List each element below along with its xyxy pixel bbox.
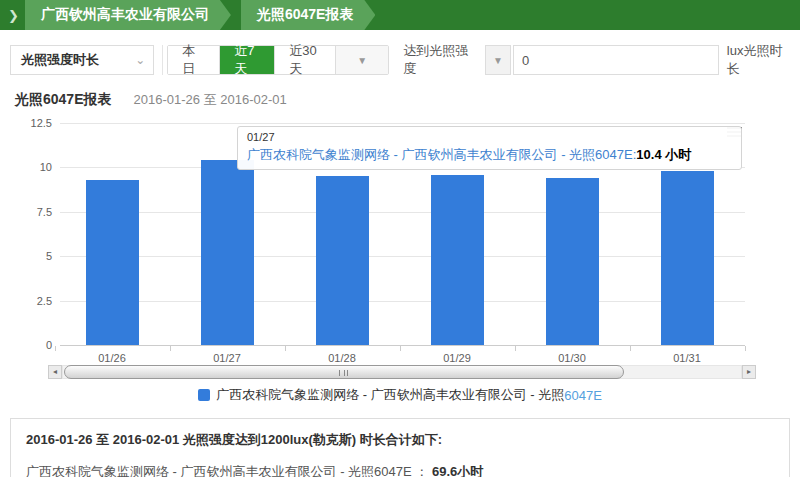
- x-axis-tick: [285, 346, 286, 351]
- date-range-button-group: 本日 近7天 近30天 ▼: [167, 45, 389, 75]
- gridline: [60, 345, 745, 346]
- gridline: [60, 123, 745, 124]
- x-axis-tick: [55, 346, 56, 351]
- threshold-stepper[interactable]: ▼: [485, 45, 511, 75]
- x-axis-tick-label: 01/31: [657, 352, 717, 364]
- tooltip-category: 01/27: [247, 131, 732, 143]
- y-axis-tick-label: 7.5: [2, 206, 52, 218]
- caret-down-icon: ▼: [493, 55, 503, 66]
- filter-bar: 光照强度时长 ⌄ 本日 近7天 近30天 ▼ 达到光照强度 ▼ lux光照时长: [10, 45, 790, 75]
- page: ❯ 广西钦州高丰农业有限公司 光照6047E报表 光照强度时长 ⌄ 本日 近7天…: [0, 0, 800, 477]
- summary-row-value: 69.6小时: [432, 464, 483, 477]
- scrollbar-left-arrow-icon[interactable]: ◂: [48, 365, 62, 379]
- metric-select[interactable]: 光照强度时长 ⌄: [10, 45, 154, 75]
- breadcrumb: ❯ 广西钦州高丰农业有限公司 光照6047E报表: [0, 0, 800, 30]
- page-title: 光照6047E报表: [15, 91, 111, 109]
- x-axis-tick: [745, 346, 746, 351]
- threshold-input[interactable]: [513, 45, 719, 75]
- tooltip-value: 10.4 小时: [636, 147, 691, 162]
- gridline: [60, 256, 745, 257]
- summary-box: 2016-01-26 至 2016-02-01 光照强度达到1200lux(勒克…: [10, 418, 790, 477]
- bar-01/28[interactable]: [316, 176, 369, 345]
- x-axis-tick-label: 01/27: [197, 352, 257, 364]
- y-axis-tick-label: 10: [2, 161, 52, 173]
- y-axis-tick-label: 2.5: [2, 295, 52, 307]
- x-axis-tick-label: 01/29: [427, 352, 487, 364]
- bar-01/27[interactable]: [201, 160, 254, 345]
- divider: [162, 45, 163, 75]
- breadcrumb-item-company[interactable]: 广西钦州高丰农业有限公司: [25, 0, 231, 30]
- chart-legend[interactable]: 广西农科院气象监测网络 - 广西钦州高丰农业有限公司 - 光照6047E: [0, 386, 800, 404]
- x-axis-tick-label: 01/28: [312, 352, 372, 364]
- range-button-label: 本日: [182, 42, 205, 78]
- range-button-30days[interactable]: 近30天: [275, 46, 336, 74]
- x-axis-tick-label: 01/30: [542, 352, 602, 364]
- x-axis-tick: [630, 346, 631, 351]
- range-more-dropdown[interactable]: ▼: [336, 46, 388, 74]
- bar-01/30[interactable]: [546, 178, 599, 345]
- x-axis-tick: [515, 346, 516, 351]
- chart-tooltip: 01/27 广西农科院气象监测网络 - 广西钦州高丰农业有限公司 - 光照604…: [237, 126, 742, 170]
- range-button-label: 近30天: [289, 42, 321, 78]
- breadcrumb-chevron-icon: ❯: [0, 0, 25, 30]
- bar-01/29[interactable]: [431, 175, 484, 345]
- x-axis-tick-label: 01/26: [82, 352, 142, 364]
- series-marker-icon: [198, 389, 210, 401]
- y-axis-tick-label: 5: [2, 250, 52, 262]
- gridline: [60, 212, 745, 213]
- range-button-today[interactable]: 本日: [168, 46, 220, 74]
- gridline: [60, 301, 745, 302]
- scrollbar-thumb[interactable]: [64, 365, 624, 379]
- report-date-range: 2016-01-26 至 2016-02-01: [133, 91, 286, 109]
- bar-01/26[interactable]: [86, 180, 139, 345]
- y-axis-tick-label: 0: [2, 339, 52, 351]
- scrollbar-grip-icon: [339, 370, 348, 376]
- x-axis-tick: [400, 346, 401, 351]
- bar-01/31[interactable]: [661, 171, 714, 345]
- bar-chart: 01/27 广西农科院气象监测网络 - 广西钦州高丰农业有限公司 - 光照604…: [0, 111, 800, 363]
- caret-down-icon: ▼: [357, 55, 367, 66]
- breadcrumb-item-report[interactable]: 光照6047E报表: [241, 0, 375, 30]
- legend-label-highlight: 6047E: [564, 388, 602, 403]
- legend-label: 广西农科院气象监测网络 - 广西钦州高丰农业有限公司 - 光照: [216, 386, 564, 404]
- breadcrumb-item-label: 光照6047E报表: [257, 6, 353, 24]
- range-button-7days[interactable]: 近7天: [220, 46, 275, 74]
- tooltip-value-line: 广西农科院气象监测网络 - 广西钦州高丰农业有限公司 - 光照6047E:10.…: [247, 146, 732, 164]
- threshold-label: 达到光照强度: [403, 42, 475, 78]
- summary-row: 广西农科院气象监测网络 - 广西钦州高丰农业有限公司 - 光照6047E ： 6…: [26, 463, 774, 477]
- unit-label: lux光照时长: [727, 42, 790, 78]
- scrollbar-right-arrow-icon[interactable]: ▸: [742, 365, 756, 379]
- metric-select-value: 光照强度时长: [21, 51, 99, 69]
- chevron-down-icon: ⌄: [135, 53, 145, 67]
- range-button-label: 近7天: [234, 42, 260, 78]
- breadcrumb-item-label: 广西钦州高丰农业有限公司: [41, 6, 209, 24]
- y-axis-tick-label: 12.5: [2, 117, 52, 129]
- x-axis-tick: [170, 346, 171, 351]
- summary-row-label: 广西农科院气象监测网络 - 广西钦州高丰农业有限公司 - 光照6047E ：: [26, 464, 428, 477]
- tooltip-series-name: 广西农科院气象监测网络 - 广西钦州高丰农业有限公司 - 光照6047E:: [247, 147, 636, 162]
- chart-scrollbar: ◂ ▸: [48, 365, 756, 379]
- report-header: 光照6047E报表 2016-01-26 至 2016-02-01: [15, 91, 790, 109]
- summary-heading: 2016-01-26 至 2016-02-01 光照强度达到1200lux(勒克…: [26, 431, 774, 449]
